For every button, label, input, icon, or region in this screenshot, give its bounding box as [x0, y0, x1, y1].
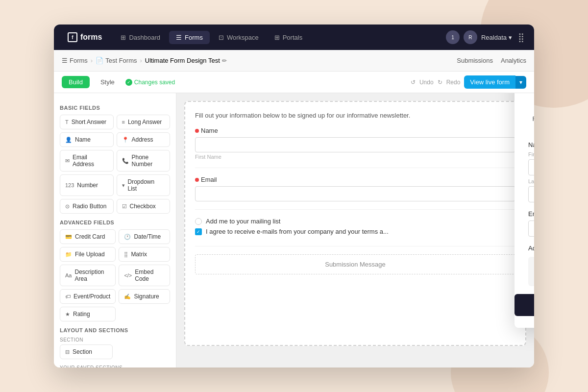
check-icon: ✓ [125, 79, 132, 86]
nav-workspace[interactable]: ⊡ Workspace [212, 31, 266, 44]
left-panel: Basic Fields T Short Answer ≡ Long Answe… [54, 93, 176, 368]
undo-icon[interactable]: ↺ [411, 79, 416, 86]
preview-name-group: Name * First Name Last Name [528, 141, 534, 202]
build-tab[interactable]: Build [62, 76, 90, 88]
field-signature-label: Signature [134, 293, 159, 300]
credit-card-icon: 💳 [65, 234, 72, 240]
notification-badge[interactable]: 1 [446, 30, 460, 44]
breadcrumb-forms[interactable]: ☰ Forms [62, 57, 88, 64]
nav-portals[interactable]: ⊞ Portals [268, 31, 309, 44]
view-live-dropdown[interactable]: ▾ [515, 76, 526, 89]
canvas-mailing-field[interactable]: Add me to your mailing list ✓ I agree to… [195, 218, 515, 246]
description-icon: Aa [65, 272, 72, 278]
field-credit-card-label: Credit Card [75, 233, 105, 240]
field-section[interactable]: ⊟ Section [60, 344, 113, 359]
preview-form: Name * First Name Last Name Email * [514, 141, 534, 328]
field-event-product[interactable]: 🏷 Event/Product [60, 289, 116, 304]
field-file-upload[interactable]: 📁 File Upload [60, 247, 116, 262]
breadcrumb-current-label: Ultimate Form Design Test [145, 57, 220, 64]
submission-message: Submission Message [195, 254, 515, 274]
field-embed-code[interactable]: </> Embed Code [119, 265, 170, 286]
field-dropdown[interactable]: ▾ Dropdown List [117, 174, 171, 196]
edit-title-icon[interactable]: ✏ [222, 57, 227, 64]
field-name[interactable]: 👤 Name [60, 132, 114, 147]
advanced-fields-title: Advanced Fields [60, 220, 170, 225]
field-section-label: Section [73, 348, 92, 355]
redo-label: Redo [446, 79, 461, 86]
nav-dashboard[interactable]: ⊞ Dashboard [114, 31, 167, 44]
nav-dashboard-label: Dashboard [129, 34, 160, 41]
phone-icon: 📞 [122, 158, 129, 164]
canvas-agree-text: I agree to receive e-mails from your com… [206, 228, 389, 235]
breadcrumb-test-forms-label: Test Forms [105, 57, 137, 64]
field-long-answer[interactable]: ≡ Long Answer [117, 115, 171, 129]
canvas-email-field[interactable]: Email [195, 176, 515, 210]
breadcrumb-forms-label: Forms [70, 57, 88, 64]
agree-checkbox[interactable]: ✓ [195, 228, 202, 235]
save-status: ✓ Changes saved [125, 79, 175, 86]
style-tab[interactable]: Style [94, 76, 122, 88]
canvas-name-input[interactable] [195, 137, 515, 152]
field-checkbox-label: Checkbox [130, 203, 156, 210]
redo-icon[interactable]: ↻ [438, 79, 442, 86]
apps-grid-icon[interactable]: ⣿ [516, 30, 526, 45]
field-signature[interactable]: ✍ Signature [119, 289, 170, 304]
field-rating[interactable]: ★ Rating [60, 307, 116, 321]
field-email[interactable]: ✉ Email Address [60, 150, 114, 172]
canvas-mailing-label: Add me to your mailing list [206, 218, 280, 225]
field-email-label: Email Address [73, 154, 108, 168]
field-name-label: Name [75, 136, 91, 143]
top-navigation: f forms ⊞ Dashboard ☰ Forms ⊡ Workspace … [54, 24, 534, 50]
field-credit-card[interactable]: 💳 Credit Card [60, 229, 116, 244]
canvas-name-label: Name [195, 127, 515, 134]
preview-submit-button[interactable]: Submit Form [514, 294, 534, 316]
nav-portals-label: Portals [283, 34, 302, 41]
forms-icon: ☰ [176, 34, 182, 41]
chevron-down-icon: ▾ [509, 34, 512, 41]
field-radio[interactable]: ⊙ Radio Button [60, 199, 114, 214]
undo-label: Undo [419, 79, 434, 86]
breadcrumb-test-forms[interactable]: 📄 Test Forms [96, 57, 137, 64]
field-short-answer[interactable]: T Short Answer [60, 115, 114, 129]
preview-mailing-section: Add me to your mailing list I agree to r… [528, 245, 534, 286]
field-phone[interactable]: 📞 Phone Number [117, 150, 171, 172]
advanced-fields-grid: 💳 Credit Card 🕐 Date/Time 📁 File Upload … [60, 229, 170, 321]
canvas-agree-row: ✓ I agree to receive e-mails from your c… [195, 228, 515, 235]
main-content: Basic Fields T Short Answer ≡ Long Answe… [54, 93, 534, 368]
field-description[interactable]: Aa Description Area [60, 265, 116, 286]
preview-title: Sign up for our newsletter! [528, 93, 534, 109]
app-logo[interactable]: f forms [62, 29, 108, 45]
preview-firstname-input[interactable] [528, 159, 534, 175]
preview-email-label: Email * [528, 210, 534, 218]
field-matrix[interactable]: ⣿ Matrix [119, 247, 170, 262]
submissions-link[interactable]: Submissions [457, 57, 493, 64]
preview-firstname-label: First Name [528, 151, 534, 157]
field-address[interactable]: 📍 Address [117, 132, 171, 147]
field-phone-label: Phone Number [132, 154, 165, 168]
field-checkbox[interactable]: ☑ Checkbox [117, 199, 171, 214]
dashboard-icon: ⊞ [121, 34, 126, 41]
canvas-name-field[interactable]: Name First Name [195, 127, 515, 168]
matrix-icon: ⣿ [124, 251, 128, 258]
save-status-text: Changes saved [134, 79, 175, 86]
nav-forms[interactable]: ☰ Forms [169, 31, 210, 44]
canvas-email-input[interactable] [195, 186, 515, 201]
breadcrumb-current[interactable]: Ultimate Form Design Test ✏ [145, 57, 227, 64]
field-datetime[interactable]: 🕐 Date/Time [119, 229, 170, 244]
preview-lastname-input[interactable] [528, 186, 534, 202]
editor-toolbar: Build Style ✓ Changes saved ↺ Undo ↻ Red… [54, 72, 534, 93]
required-dot-email [195, 178, 199, 182]
user-name[interactable]: Realdata ▾ [481, 34, 512, 41]
preview-email-input[interactable] [528, 220, 534, 237]
field-number[interactable]: 123 Number [60, 174, 114, 196]
field-long-answer-label: Long Answer [128, 119, 162, 125]
canvas-email-label: Email [195, 176, 515, 183]
long-answer-icon: ≡ [122, 119, 125, 125]
canvas-mailing-radio: Add me to your mailing list [195, 218, 515, 225]
undo-redo-controls: ↺ Undo ↻ Redo [411, 79, 460, 86]
analytics-link[interactable]: Analytics [501, 57, 526, 64]
section-icon: ⊟ [65, 349, 70, 355]
view-live-button[interactable]: View live form [464, 75, 515, 89]
field-number-label: Number [77, 182, 98, 189]
embed-icon: </> [124, 272, 132, 278]
